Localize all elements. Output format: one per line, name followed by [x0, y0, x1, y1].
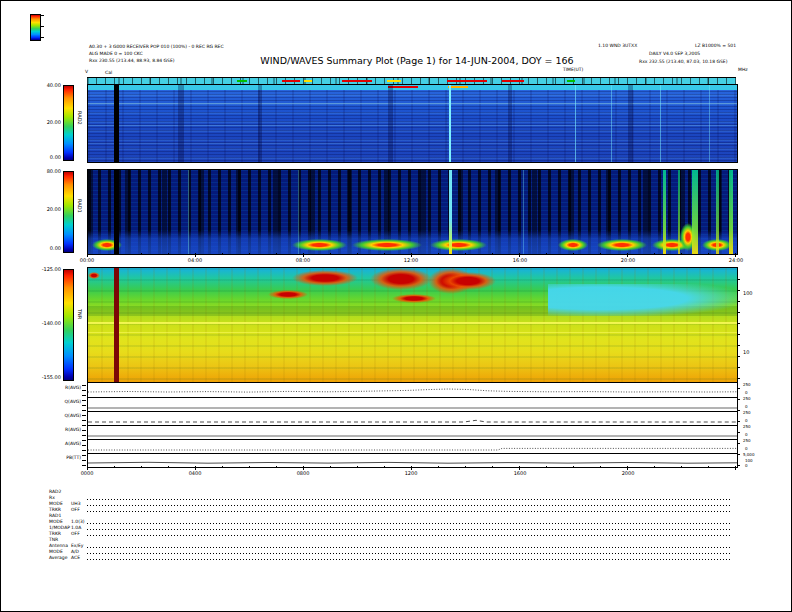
footer-value: Ex/Ey	[71, 544, 87, 549]
rad1-cb-tick-label: 20.00	[39, 207, 61, 212]
rad2-horizontal-line	[88, 103, 737, 104]
rad1-green-streak	[729, 170, 733, 254]
time-tick-label: 2000	[619, 471, 637, 476]
footer-dots	[87, 558, 731, 560]
status-segment	[342, 80, 372, 82]
waves-summary-plot: A0.30 + 3 G000 RECEIVER POP 010 (100%) -…	[0, 0, 792, 612]
rad2-cb-tick-label: 0.00	[39, 155, 61, 160]
tnr-red-blob	[292, 270, 358, 286]
status-segment	[502, 80, 524, 82]
rad2-burst-line	[611, 85, 612, 162]
time-tick-label: 0000	[78, 471, 96, 476]
time-tick-label: 04:00	[183, 258, 207, 263]
footer-row: MODEUH3	[49, 500, 731, 506]
footer-dots	[87, 546, 731, 548]
time-tick-label: 24:00	[724, 258, 748, 263]
time-tick-label: 16:00	[508, 258, 532, 263]
rad1-cyan-line	[523, 170, 524, 254]
hk-row-label: Q(AVG)	[49, 400, 81, 405]
tnr-cb-tick-label: -140.00	[33, 321, 61, 326]
rad2-burst-line	[575, 85, 576, 162]
tnr-cyan-wing	[548, 284, 737, 316]
rad2-burst-line	[660, 85, 661, 162]
mini-colorbar-tick	[41, 15, 44, 16]
tnr-red-blob	[370, 268, 432, 290]
top-left-mini-colorbar	[30, 14, 41, 41]
footer-label: TRKR	[49, 508, 71, 513]
hk-right-label: 0	[745, 391, 748, 395]
hk-panel	[87, 382, 738, 468]
rad1-cb-tick-label: 80.00	[39, 169, 61, 174]
rad2-cb-tick-label: 20.00	[39, 120, 61, 125]
footer-label: TRKR	[49, 532, 71, 537]
status-segment	[282, 80, 300, 82]
tnr-axis-label: TNR	[77, 309, 82, 319]
tnr-red-blob	[88, 272, 100, 279]
footer-row: AntennaEx/Ey	[49, 542, 731, 548]
rad2-burst-line	[449, 85, 451, 162]
hk-row-label: Q(AVG)	[49, 414, 81, 419]
footer-row: TRKROFF	[49, 530, 731, 536]
footer-dots	[87, 528, 731, 530]
tnr-red-blob	[268, 290, 308, 299]
rad1-green-streak	[663, 170, 666, 254]
rad2-horizontal-line	[88, 143, 737, 144]
radio-burst-blob	[597, 239, 647, 251]
footer-value: UH3	[71, 502, 87, 507]
v-axis-corner-label: V	[85, 70, 88, 75]
rad2-axis-label: RAD2	[77, 111, 82, 125]
footer-label: Rx	[49, 496, 71, 501]
rad2-dark-streak	[178, 85, 184, 162]
rad1-cb-tick-label: 0.00	[39, 246, 61, 251]
tnr-colorbar	[63, 269, 74, 381]
tnr-bright-line	[88, 322, 737, 324]
mhz-unit-label: MHz	[738, 68, 748, 73]
rad2-colorbar	[63, 85, 74, 161]
status-segment	[387, 80, 401, 82]
hk-right-label: 0	[745, 433, 748, 437]
hk-right-label: 250	[743, 397, 751, 401]
tnr-red-blob	[440, 272, 496, 290]
footer-dots	[87, 534, 731, 536]
tnr-cb-tick-label: -155.00	[33, 375, 61, 380]
rad1-cyan-line	[188, 170, 189, 254]
hk-row-label: R(AVG)	[49, 428, 81, 433]
hk-right-label: 250	[743, 411, 751, 415]
hk-row-label: A(AVG)	[49, 442, 81, 447]
rad1-burst-line	[449, 170, 452, 254]
hk-right-label: 0	[745, 464, 748, 468]
footer-label: MODE	[49, 520, 71, 525]
rad1-green-streak	[716, 170, 719, 254]
status-segment	[567, 80, 575, 82]
hk-right-label: 0	[745, 405, 748, 409]
tnr-cal-bar	[114, 268, 119, 382]
hk-right-label: 0	[745, 419, 748, 423]
time-tick-label: 20:00	[616, 258, 640, 263]
rad1-axis-label: RAD1	[77, 199, 82, 213]
time-tick-label: 1200	[402, 471, 420, 476]
rad2-dark-streak	[508, 85, 512, 162]
hk-right-label: 250	[743, 383, 751, 387]
hk-right-label: 250	[743, 425, 751, 429]
rad1-cyan-line	[298, 170, 299, 254]
footer-label: RAD1	[49, 514, 71, 519]
mini-colorbar-tick	[41, 37, 44, 38]
footer-label: TNR	[49, 538, 71, 543]
tnr-right-tick-label: 100	[743, 291, 753, 296]
time-tick-label: 0400	[186, 471, 204, 476]
time-tick-label: 00:00	[75, 258, 99, 263]
time-tick-label: 1600	[511, 471, 529, 476]
radio-burst-blob	[352, 239, 422, 251]
footer-dots	[87, 498, 731, 500]
radio-burst-blob	[292, 239, 347, 251]
footer-row: MODE1.0(3)	[49, 518, 731, 524]
footer-value: ACE	[71, 556, 87, 561]
footer-row: Rx	[49, 494, 731, 500]
cal-label: Cal	[105, 71, 112, 76]
footer-label: 1/MODAP	[49, 526, 71, 531]
tnr-red-blob	[392, 294, 436, 303]
footer-dots	[87, 552, 731, 554]
hk-right-label: 250	[743, 439, 751, 443]
time-tick-label: 12:00	[399, 258, 423, 263]
status-segment	[447, 80, 487, 82]
